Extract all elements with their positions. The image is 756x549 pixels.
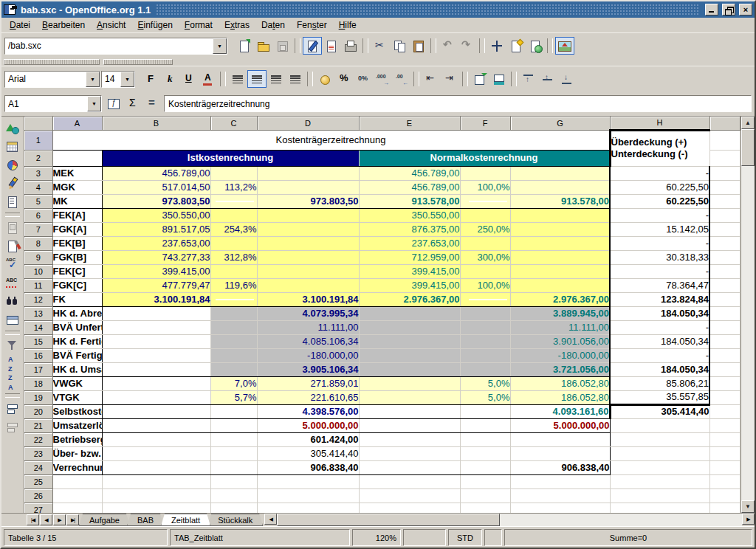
- menu-datei[interactable]: Datei: [4, 18, 36, 32]
- hscroll-right-button[interactable]: ▶: [742, 514, 755, 525]
- cell-G22[interactable]: [510, 432, 610, 446]
- tab-stückkalk[interactable]: Stückkalk: [207, 514, 263, 526]
- cell-E20[interactable]: [359, 404, 460, 418]
- underline-icon[interactable]: [179, 70, 199, 88]
- add-decimal-icon[interactable]: [373, 70, 392, 88]
- cell-reference-input[interactable]: [5, 96, 87, 111]
- row-header-15[interactable]: 15: [24, 334, 52, 348]
- cell-B13[interactable]: [102, 306, 210, 320]
- align-center-icon[interactable]: [247, 70, 267, 88]
- row-header-18[interactable]: 18: [24, 376, 52, 390]
- row-header-8[interactable]: 8: [24, 236, 52, 250]
- cell-H12[interactable]: 123.824,84: [610, 292, 709, 306]
- cell-B16[interactable]: [102, 348, 210, 362]
- cell-B3[interactable]: 456.789,00: [102, 166, 210, 180]
- cell-H20[interactable]: 305.414,40: [610, 404, 709, 418]
- row-header-16[interactable]: 16: [24, 348, 52, 362]
- cell-F9[interactable]: 300,0%: [460, 250, 510, 264]
- cell-H13[interactable]: 184.050,34: [610, 306, 709, 320]
- menu-hilfe[interactable]: Hilfe: [333, 18, 362, 32]
- cell-C24[interactable]: [210, 460, 257, 474]
- cell-A21[interactable]: Umsatzerlöse: [52, 418, 102, 432]
- cell-E11[interactable]: 399.415,00: [359, 278, 460, 292]
- cell-G8[interactable]: [510, 236, 610, 250]
- cell-A6[interactable]: FEK[A]: [52, 208, 102, 222]
- cell-E6[interactable]: 350.550,00: [359, 208, 460, 222]
- hyperlink-icon[interactable]: [526, 37, 545, 55]
- column-header-C[interactable]: C: [210, 117, 257, 130]
- column-header-H[interactable]: H: [610, 117, 709, 130]
- cell-C14[interactable]: [210, 320, 257, 334]
- cell-A22[interactable]: Betriebsergebnis: [52, 432, 102, 446]
- formula-input[interactable]: [164, 95, 752, 112]
- spellcheck-icon[interactable]: [3, 255, 22, 274]
- cell-C23[interactable]: [210, 446, 257, 460]
- borders-icon[interactable]: [470, 70, 489, 88]
- cell-D26[interactable]: [257, 488, 359, 503]
- vertical-scroll-thumb[interactable]: [741, 129, 755, 166]
- cell-D3[interactable]: [257, 166, 359, 180]
- cell-F25[interactable]: [460, 474, 510, 488]
- cell-E9[interactable]: 712.959,00: [359, 250, 460, 264]
- cell-B17[interactable]: [102, 362, 210, 376]
- cell-A19[interactable]: VTGK: [52, 390, 102, 404]
- row-header-13[interactable]: 13: [24, 306, 52, 320]
- cell-E24[interactable]: [359, 460, 460, 474]
- cell-D18[interactable]: 271.859,01: [257, 376, 359, 390]
- cell-H23[interactable]: [610, 446, 709, 460]
- cell-A26[interactable]: [52, 488, 102, 503]
- cell-B4[interactable]: 517.014,50: [102, 180, 210, 194]
- sort-descending-icon[interactable]: [3, 373, 22, 392]
- export-pdf-icon[interactable]: [322, 37, 341, 55]
- horizontal-scroll-thumb[interactable]: [277, 514, 500, 526]
- cell-B24[interactable]: [102, 460, 210, 474]
- menu-daten[interactable]: Daten: [255, 18, 291, 32]
- cell-A3[interactable]: MEK: [52, 166, 102, 180]
- cell-D25[interactable]: [257, 474, 359, 488]
- cell-C16[interactable]: [210, 348, 257, 362]
- scroll-down-icon[interactable]: ▼: [741, 500, 755, 513]
- insert-cells-icon[interactable]: [3, 137, 22, 156]
- cell-A8[interactable]: FEK[B]: [52, 236, 102, 250]
- chevron-down-icon[interactable]: ▼: [86, 72, 100, 87]
- chevron-down-icon[interactable]: ▼: [213, 38, 227, 54]
- cell-F17[interactable]: [460, 362, 510, 376]
- cell-B20[interactable]: [102, 404, 210, 418]
- cell-F15[interactable]: [460, 334, 510, 348]
- cell-H1[interactable]: Überdeckung (+)Unterdeckung (-): [610, 130, 709, 166]
- cell-A11[interactable]: FGK[C]: [52, 278, 102, 292]
- scroll-up-icon[interactable]: ▲: [741, 117, 755, 129]
- cell-A1[interactable]: Kostenträgerzeitrechnung: [52, 130, 610, 150]
- cell-F22[interactable]: [460, 432, 510, 446]
- cell-H11[interactable]: 78.364,47: [610, 278, 709, 292]
- cell-F14[interactable]: [460, 320, 510, 334]
- cell-D13[interactable]: 4.073.995,34: [257, 306, 359, 320]
- cell-A17[interactable]: HK d. Umsatzes: [52, 362, 102, 376]
- cell-E3[interactable]: 456.789,00: [359, 166, 460, 180]
- tab-nav-last-button[interactable]: ▶|: [66, 514, 79, 525]
- cell-B9[interactable]: 743.277,33: [102, 250, 210, 264]
- cell-H21[interactable]: [610, 418, 709, 432]
- cell-H19[interactable]: 35.557,85: [610, 390, 709, 404]
- cell-H15[interactable]: 184.050,34: [610, 334, 709, 348]
- cell-B18[interactable]: [102, 376, 210, 390]
- cell-D14[interactable]: 11.111,00: [257, 320, 359, 334]
- cell-F26[interactable]: [460, 488, 510, 503]
- cell-E25[interactable]: [359, 474, 460, 488]
- cell-E10[interactable]: 399.415,00: [359, 264, 460, 278]
- cell-G3[interactable]: [510, 166, 610, 180]
- cell-C9[interactable]: 312,8%: [210, 250, 257, 264]
- row-header-3[interactable]: 3: [24, 166, 52, 180]
- row-header-17[interactable]: 17: [24, 362, 52, 376]
- cell-D6[interactable]: [257, 208, 359, 222]
- cell-D23[interactable]: 305.414,40: [257, 446, 359, 460]
- column-header-A[interactable]: A: [52, 117, 102, 130]
- row-header-20[interactable]: 20: [24, 404, 52, 418]
- cell-B19[interactable]: [102, 390, 210, 404]
- row-header-19[interactable]: 19: [24, 390, 52, 404]
- cell-F27[interactable]: [460, 503, 510, 513]
- cell-G12[interactable]: 2.976.367,00: [510, 292, 610, 306]
- cell-B23[interactable]: [102, 446, 210, 460]
- align-justify-icon[interactable]: [286, 70, 305, 88]
- cell-A20[interactable]: Selbstkosten: [52, 404, 102, 418]
